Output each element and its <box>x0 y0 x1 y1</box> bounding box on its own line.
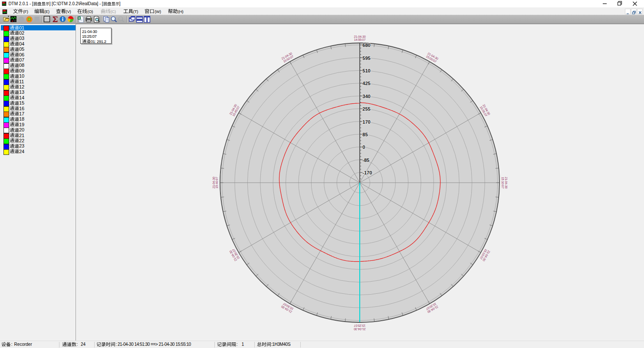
svg-text:14:55:07: 14:55:07 <box>354 38 366 42</box>
svg-text:15:40:07: 15:40:07 <box>215 177 219 189</box>
svg-text:595: 595 <box>362 56 370 61</box>
svg-text:-85: -85 <box>362 158 369 163</box>
svg-text:510: 510 <box>362 68 370 73</box>
svg-text:15:25:07: 15:25:07 <box>354 324 366 328</box>
svg-text:15:10:07: 15:10:07 <box>501 177 505 189</box>
svg-text:170: 170 <box>362 119 370 125</box>
svg-text:85: 85 <box>362 132 368 137</box>
svg-text:0: 0 <box>362 144 365 150</box>
svg-text:340: 340 <box>362 94 370 99</box>
svg-text:425: 425 <box>362 81 370 86</box>
svg-text:680: 680 <box>362 43 370 48</box>
svg-text:-170: -170 <box>362 170 372 175</box>
svg-text:255: 255 <box>362 106 370 112</box>
